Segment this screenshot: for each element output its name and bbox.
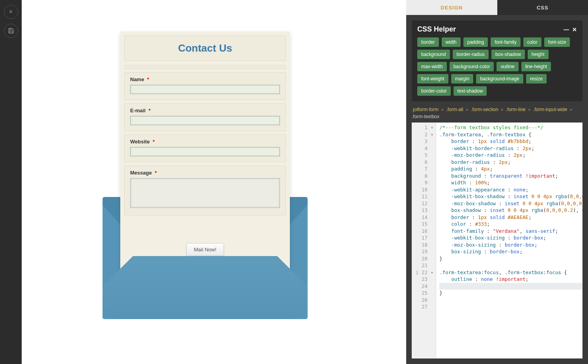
field-label: E-mail *: [130, 108, 280, 113]
chip-background-color[interactable]: background-color: [450, 62, 494, 71]
save-icon: [8, 28, 14, 34]
field-input-website[interactable]: [130, 147, 280, 156]
form-title: Contact Us: [124, 35, 286, 61]
form-preview: Contact Us Name *E-mail *Website *Messag…: [120, 32, 290, 272]
selector-breadcrumb-tail: .form-textbox: [412, 114, 582, 119]
save-button[interactable]: [4, 24, 18, 38]
form-field-name: Name *: [124, 72, 286, 100]
panel-tabs: DESIGN CSS: [406, 0, 588, 15]
chip-font-family[interactable]: font-family: [491, 37, 520, 47]
field-input-name[interactable]: [130, 85, 280, 94]
left-rail: ×: [0, 0, 22, 364]
field-input-email[interactable]: [130, 116, 280, 125]
field-label: Website *: [130, 139, 280, 145]
submit-button[interactable]: Mail Now!: [186, 243, 224, 256]
helper-title: CSS Helper: [417, 25, 456, 33]
field-label: Message *: [130, 170, 280, 176]
tab-design[interactable]: DESIGN: [406, 0, 497, 15]
form-field-message: Message *: [124, 165, 286, 215]
chip-box-shadow[interactable]: box-shadow: [491, 50, 525, 59]
required-asterisk: *: [147, 76, 149, 82]
breadcrumb-part[interactable]: .form-section: [471, 107, 498, 112]
close-icon: ×: [9, 8, 13, 15]
helper-chips: borderwidthpaddingfont-familycolorfont-s…: [417, 37, 577, 96]
required-asterisk: *: [155, 170, 157, 176]
selector-breadcrumb[interactable]: .jotform-form » .form-all » .form-sectio…: [412, 107, 582, 112]
breadcrumb-sep: »: [440, 107, 445, 112]
preview-canvas: Contact Us Name *E-mail *Website *Messag…: [22, 0, 406, 364]
form-field-website: Website *: [124, 134, 286, 162]
chip-width[interactable]: width: [442, 37, 461, 47]
breadcrumb-sep: »: [465, 107, 470, 112]
required-asterisk: *: [149, 108, 151, 113]
chip-max-width[interactable]: max-width: [417, 62, 447, 71]
breadcrumb-sep: »: [527, 107, 532, 112]
chip-border[interactable]: border: [417, 37, 439, 47]
chip-font-weight[interactable]: font-weight: [417, 74, 448, 84]
code-editor[interactable]: 1 ▾ 2 ▾ 3 4 5 6 7 8 9 10 11 12 13 14 15 …: [412, 123, 582, 358]
form-field-email: E-mail *: [124, 103, 286, 131]
chip-height[interactable]: height: [528, 50, 549, 59]
tab-css[interactable]: CSS: [497, 0, 588, 15]
css-helper-panel: CSS Helper — ✕ borderwidthpaddingfont-fa…: [412, 20, 582, 101]
close-button[interactable]: ×: [4, 5, 18, 19]
chip-text-shadow[interactable]: text-shadow: [454, 86, 487, 96]
breadcrumb-part[interactable]: .form-all: [446, 107, 463, 112]
editor-gutter: 1 ▾ 2 ▾ 3 4 5 6 7 8 9 10 11 12 13 14 15 …: [412, 123, 436, 358]
chip-resize[interactable]: resize: [526, 74, 547, 84]
chip-border-color[interactable]: border-color: [417, 86, 451, 96]
chip-border-radius[interactable]: border-radius: [453, 50, 489, 59]
chip-background[interactable]: background: [417, 50, 450, 59]
field-label: Name *: [130, 76, 280, 82]
breadcrumb-part[interactable]: .jotform-form: [412, 107, 439, 112]
chip-padding[interactable]: padding: [463, 37, 488, 47]
breadcrumb-part[interactable]: .form-input-wide: [533, 107, 567, 112]
chip-outline[interactable]: outline: [497, 62, 518, 71]
editor-code[interactable]: /*---form textbox styles fixed---*/ .for…: [436, 123, 582, 358]
chip-background-image[interactable]: background-image: [476, 74, 523, 84]
chip-color[interactable]: color: [523, 37, 541, 47]
header-divider: [124, 65, 286, 69]
chip-line-height[interactable]: line-height: [521, 62, 551, 71]
chip-font-size[interactable]: font-size: [544, 37, 570, 47]
right-panel: DESIGN CSS CSS Helper — ✕ borderwidthpad…: [406, 0, 588, 364]
breadcrumb-sep: »: [568, 107, 572, 112]
field-input-message[interactable]: [130, 178, 280, 208]
breadcrumb-part[interactable]: .form-line: [506, 107, 526, 112]
breadcrumb-sep: »: [499, 107, 504, 112]
close-icon[interactable]: ✕: [572, 26, 577, 33]
minimize-icon[interactable]: —: [564, 26, 569, 33]
required-asterisk: *: [153, 139, 155, 145]
chip-margin[interactable]: margin: [451, 74, 474, 84]
